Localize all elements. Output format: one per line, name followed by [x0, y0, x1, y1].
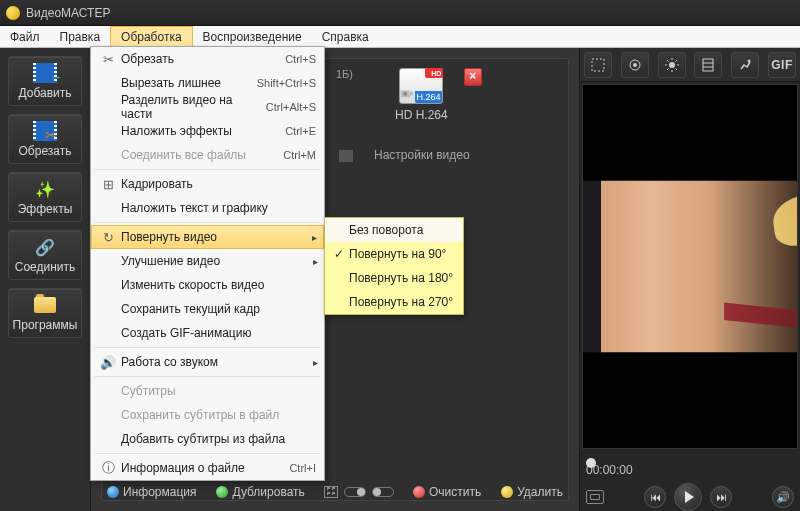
- preview-video[interactable]: [582, 84, 798, 449]
- menu-item[interactable]: Разделить видео на частиCtrl+Alt+S: [91, 95, 324, 119]
- clear-icon: [413, 486, 425, 498]
- film-add-icon: +: [36, 63, 54, 83]
- menu-item[interactable]: Вырезать лишнееShift+Ctrl+S: [91, 71, 324, 95]
- menu-item[interactable]: 🔊Работа со звуком▸: [91, 350, 324, 374]
- menu-file[interactable]: Файл: [0, 26, 50, 47]
- runner-icon: [738, 58, 752, 72]
- toggle-2[interactable]: [372, 487, 394, 497]
- link-icon: 🔗: [33, 236, 57, 258]
- menu-item: Субтитры: [91, 379, 324, 403]
- speed-tool[interactable]: [731, 52, 759, 78]
- gear-icon: [628, 58, 642, 72]
- svg-line-13: [667, 68, 669, 70]
- list-view-icon[interactable]: [324, 486, 338, 498]
- menu-item[interactable]: Наложить эффектыCtrl+E: [91, 119, 324, 143]
- sidebar-item-label: Обрезать: [19, 144, 72, 158]
- menu-item[interactable]: ⊞Кадрировать: [91, 172, 324, 196]
- gif-tool[interactable]: GIF: [768, 52, 796, 78]
- crop-icon: [591, 58, 605, 72]
- menu-item[interactable]: Изменить скорость видео: [91, 273, 324, 297]
- rotate-icon: ↻: [95, 230, 121, 245]
- sidebar-programs-button[interactable]: Программы: [8, 288, 82, 338]
- duplicate-button[interactable]: Дублировать: [210, 484, 310, 500]
- sound-icon: 🔊: [95, 355, 121, 370]
- menu-item-label: Сохранить субтитры в файл: [121, 408, 316, 422]
- preview-panel: GIF 00:00:00 ⏮ ⏭ 🔊: [580, 48, 800, 511]
- submenu-item-label: Повернуть на 270°: [349, 295, 453, 309]
- submenu-item-label: Повернуть на 180°: [349, 271, 453, 285]
- codec-tile[interactable]: HD H.264 HD H.264: [395, 68, 448, 122]
- svg-rect-3: [592, 59, 604, 71]
- info-icon: ⓘ: [95, 459, 121, 477]
- submenu-item[interactable]: Повернуть на 180°: [325, 266, 463, 290]
- sidebar-item-label: Программы: [13, 318, 78, 332]
- submenu-arrow-icon: ▸: [313, 256, 318, 267]
- submenu-item[interactable]: Повернуть на 270°: [325, 290, 463, 314]
- info-button[interactable]: Информация: [101, 484, 202, 500]
- sidebar-join-button[interactable]: 🔗 Соединить: [8, 230, 82, 280]
- svg-line-12: [675, 68, 677, 70]
- sun-icon: [665, 58, 679, 72]
- time-label: 00:00:00: [586, 463, 794, 477]
- effects-tool[interactable]: [694, 52, 722, 78]
- svg-rect-15: [703, 59, 713, 71]
- wand-icon: ✨: [33, 178, 57, 200]
- menu-item[interactable]: ⓘИнформация о файлеCtrl+I: [91, 456, 324, 480]
- app-title: ВидеоМАСТЕР: [26, 6, 110, 20]
- menu-item-label: Работа со звуком: [121, 355, 316, 369]
- menu-item[interactable]: Сохранить текущий кадр: [91, 297, 324, 321]
- menu-item-label: Наложить эффекты: [121, 124, 285, 138]
- crop-tool[interactable]: [584, 52, 612, 78]
- info-icon: [107, 486, 119, 498]
- settings-icon: [339, 148, 356, 162]
- preview-toolbar: GIF: [580, 48, 800, 82]
- status-bar: Информация Дублировать Очистить Удалить: [101, 481, 569, 503]
- sidebar-item-label: Добавить: [18, 86, 71, 100]
- submenu-arrow-icon: ▸: [313, 357, 318, 368]
- film-icon: [701, 58, 715, 72]
- submenu-item[interactable]: Без поворота: [325, 218, 463, 242]
- camera-icon: [400, 83, 414, 103]
- levels-tool[interactable]: [621, 52, 649, 78]
- menu-item-label: Создать GIF-анимацию: [121, 326, 316, 340]
- sidebar-add-button[interactable]: + Добавить: [8, 56, 82, 106]
- file-size-fragment: 1Б): [336, 68, 362, 80]
- prev-button[interactable]: ⏮: [644, 486, 666, 508]
- duplicate-icon: [216, 486, 228, 498]
- submenu-item[interactable]: ✓Повернуть на 90°: [325, 242, 463, 266]
- menu-item-label: Кадрировать: [121, 177, 316, 191]
- play-button[interactable]: [674, 483, 702, 511]
- menu-item-label: Обрезать: [121, 52, 285, 66]
- snapshot-button[interactable]: [586, 490, 604, 504]
- menu-item-label: Наложить текст и графику: [121, 201, 316, 215]
- menu-item: Соединить все файлыCtrl+M: [91, 143, 324, 167]
- delete-icon: [501, 486, 513, 498]
- sidebar-cut-button[interactable]: ✂ Обрезать: [8, 114, 82, 164]
- video-settings-link[interactable]: Настройки видео: [374, 148, 470, 162]
- menu-item[interactable]: Добавить субтитры из файла: [91, 427, 324, 451]
- clear-button[interactable]: Очистить: [407, 484, 487, 500]
- check-icon: ✓: [329, 247, 349, 261]
- delete-button[interactable]: Удалить: [495, 484, 569, 500]
- menu-item-label: Повернуть видео: [121, 230, 316, 244]
- close-button[interactable]: ×: [464, 68, 482, 86]
- menu-help[interactable]: Справка: [312, 26, 379, 47]
- menu-item[interactable]: Улучшение видео▸: [91, 249, 324, 273]
- menu-item: Сохранить субтитры в файл: [91, 403, 324, 427]
- menu-item[interactable]: Создать GIF-анимацию: [91, 321, 324, 345]
- menu-item-label: Информация о файле: [121, 461, 289, 475]
- menu-item[interactable]: Наложить текст и графику: [91, 196, 324, 220]
- volume-button[interactable]: 🔊: [772, 486, 794, 508]
- submenu-item-label: Повернуть на 90°: [349, 247, 446, 261]
- toggle-1[interactable]: [344, 487, 366, 497]
- scissors-icon: ✂: [95, 52, 121, 67]
- menu-processing[interactable]: Обработка: [110, 26, 193, 47]
- sidebar-item-label: Эффекты: [18, 202, 73, 216]
- menu-item[interactable]: ✂ОбрезатьCtrl+S: [91, 47, 324, 71]
- menu-item[interactable]: ↻Повернуть видео▸: [91, 225, 324, 249]
- sidebar-effects-button[interactable]: ✨ Эффекты: [8, 172, 82, 222]
- menu-playback[interactable]: Воспроизведение: [193, 26, 312, 47]
- menu-edit[interactable]: Правка: [50, 26, 111, 47]
- next-button[interactable]: ⏭: [710, 486, 732, 508]
- brightness-tool[interactable]: [658, 52, 686, 78]
